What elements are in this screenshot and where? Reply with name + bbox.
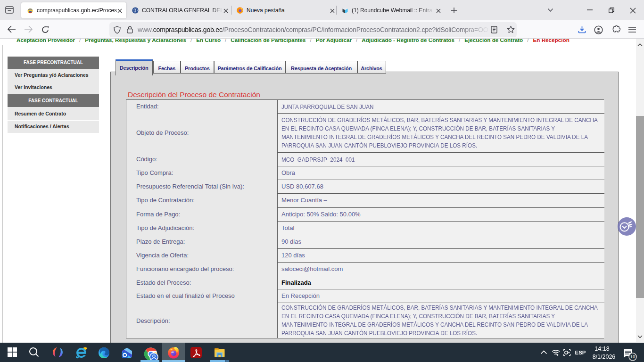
svg-text:8/1/2026: 8/1/2026	[593, 354, 616, 360]
svg-text:10: 10	[630, 354, 636, 359]
svg-text:14:18: 14:18	[594, 346, 609, 352]
